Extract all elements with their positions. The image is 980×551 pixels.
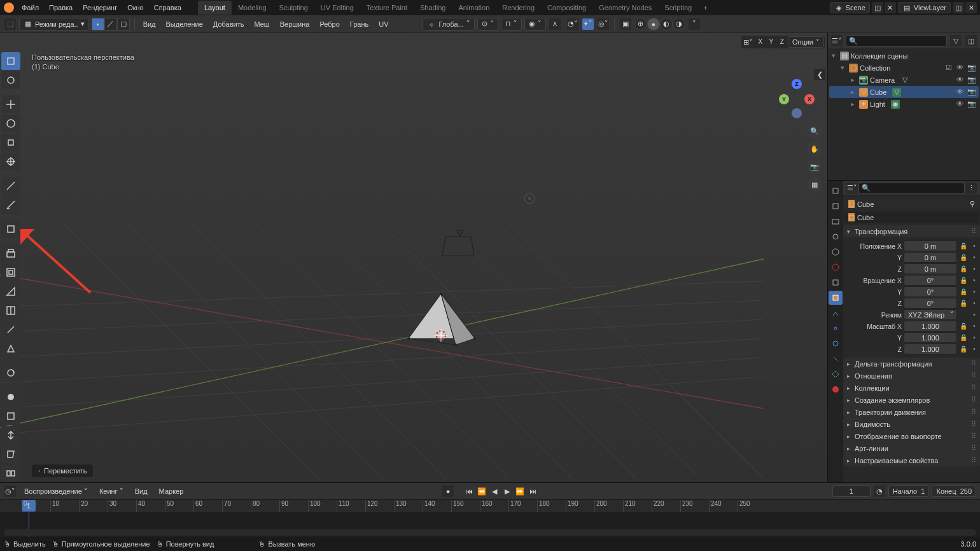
outliner-search-input[interactable]: 🔍 xyxy=(846,35,947,46)
lock-icon[interactable]: 🔒 xyxy=(959,288,968,296)
workspace-tab-geometrynodes[interactable]: Geometry Nodes xyxy=(592,1,658,15)
visibility-panel[interactable]: ▸Видимость⠿ xyxy=(843,418,980,430)
shrink-fatten-tool[interactable] xyxy=(1,426,20,444)
collection-props-tab[interactable] xyxy=(829,276,843,289)
cursor-tool[interactable] xyxy=(1,71,20,89)
header-menu-face[interactable]: Грань xyxy=(346,20,372,28)
snap-toggle[interactable]: ⊓˅ xyxy=(501,18,522,31)
workspace-add-icon[interactable]: + xyxy=(698,1,712,15)
lock-icon[interactable]: 🔒 xyxy=(959,345,968,354)
knife-tool[interactable] xyxy=(1,321,20,338)
extrude-region-tool[interactable] xyxy=(1,244,20,262)
render-props-tab[interactable] xyxy=(829,199,843,213)
menu-window[interactable]: Окно xyxy=(122,1,149,14)
scale-z-field[interactable]: 1.000 xyxy=(904,344,957,354)
mirror-x-button[interactable]: X xyxy=(755,36,766,46)
matprev-shading[interactable]: ◐ xyxy=(660,18,673,31)
3d-viewport[interactable]: Пользовательская перспектива (1) Cube ⊞˅… xyxy=(0,33,827,482)
keyframe-dot-icon[interactable]: • xyxy=(970,276,979,285)
panel-menu-icon[interactable]: ⠿ xyxy=(971,227,976,235)
mirror-y-button[interactable]: Y xyxy=(766,36,776,46)
outliner-display-mode-icon[interactable]: ☰˅ xyxy=(831,35,843,46)
transform-panel-header[interactable]: ▾Трансформация ⠿ xyxy=(843,225,980,237)
keyframe-dot-icon[interactable]: • xyxy=(970,333,979,342)
world-props-tab[interactable] xyxy=(829,260,843,274)
use-preview-range-icon[interactable]: ◔ xyxy=(874,485,885,497)
header-menu-vertex[interactable]: Вершина xyxy=(276,20,314,28)
select-box-tool[interactable] xyxy=(1,52,20,70)
particle-props-tab[interactable] xyxy=(829,321,843,335)
workspace-tab-texturepaint[interactable]: Texture Paint xyxy=(360,1,414,15)
keyframe-dot-icon[interactable]: • xyxy=(970,253,979,262)
pivot-point[interactable]: ⊙˅ xyxy=(477,18,498,31)
lock-icon[interactable]: 🔒 xyxy=(959,299,968,308)
workspace-tab-sculpting[interactable]: Sculpting xyxy=(273,1,314,15)
mesh-visibility-icon[interactable]: ◔˅ xyxy=(567,18,578,30)
overlay-toggle-icon[interactable]: ◎˅ xyxy=(598,18,609,30)
output-props-tab[interactable] xyxy=(829,214,843,228)
sidebar-toggle-icon[interactable]: ❮ xyxy=(814,69,825,80)
autokey-icon[interactable]: ● xyxy=(442,485,454,497)
new-collection-icon[interactable]: ◫ xyxy=(965,35,977,46)
rotation-z-field[interactable]: 0° xyxy=(904,298,957,309)
rotation-x-field[interactable]: 0° xyxy=(904,275,957,286)
keyframe-dot-icon[interactable]: • xyxy=(970,288,979,296)
lock-icon[interactable]: 🔒 xyxy=(959,333,968,342)
lock-icon[interactable]: 🔒 xyxy=(959,265,968,274)
custom-props-panel[interactable]: ▸Настраиваемые свойства⠿ xyxy=(843,454,980,466)
move-tool[interactable] xyxy=(1,95,20,113)
play-reverse-icon[interactable]: ◀ xyxy=(489,485,500,497)
motion-paths-panel[interactable]: ▸Траектории движения⠿ xyxy=(843,406,980,418)
transform-orientation[interactable]: ⟐ Глоба... ˅ xyxy=(423,18,474,31)
rotation-y-field[interactable]: 0° xyxy=(904,286,957,297)
props-breadcrumb-object[interactable]: ▢ Cube ⚲ xyxy=(844,199,979,209)
header-menu-edge[interactable]: Ребро xyxy=(316,20,343,28)
outliner-camera[interactable]: ▸📷 Camera ▽ 👁📷 xyxy=(829,74,979,86)
lock-icon[interactable]: 🔒 xyxy=(959,242,968,251)
relations-panel[interactable]: ▸Отношения⠿ xyxy=(843,370,980,382)
start-frame-field[interactable]: Начало 1 xyxy=(888,485,930,497)
jump-next-key-icon[interactable]: ⏩ xyxy=(514,485,526,497)
scene-selector[interactable]: ◈ Scene xyxy=(830,2,870,13)
smooth-tool[interactable] xyxy=(1,388,20,406)
last-operator-panel[interactable]: › Переместить xyxy=(32,464,93,477)
keyframe-dot-icon[interactable]: • xyxy=(970,299,979,308)
outliner-scene-collection[interactable]: ▾▤ Коллекция сцены xyxy=(829,50,979,62)
end-frame-field[interactable]: Конец 250 xyxy=(932,485,976,497)
workspace-tab-modeling[interactable]: Modeling xyxy=(232,1,273,15)
props-editor-type-icon[interactable]: ☰˅ xyxy=(846,183,858,194)
collections-panel[interactable]: ▸Коллекции⠿ xyxy=(843,382,980,394)
xray-toggle-icon[interactable]: ▣ xyxy=(620,18,631,30)
viewlayer-selector[interactable]: ▤ ViewLayer xyxy=(898,2,951,13)
outliner-light[interactable]: ▸☀ Light ◉ 👁📷 xyxy=(829,98,979,110)
camera-view-icon[interactable]: 📷 xyxy=(807,159,822,174)
modifier-props-tab[interactable] xyxy=(829,306,843,320)
workspace-tab-compositing[interactable]: Compositing xyxy=(541,1,592,15)
mesh-edit-mode-options-icon[interactable]: ⊞˅ xyxy=(743,36,754,48)
location-x-field[interactable]: 0 m xyxy=(904,241,957,251)
menu-help[interactable]: Справка xyxy=(149,1,186,14)
poly-build-tool[interactable] xyxy=(1,340,20,358)
menu-edit[interactable]: Правка xyxy=(44,1,78,14)
axis-z-icon[interactable]: Z xyxy=(792,79,802,89)
tool-props-tab[interactable] xyxy=(829,184,843,198)
loop-cut-tool[interactable] xyxy=(1,302,20,319)
data-props-tab[interactable] xyxy=(829,367,843,381)
gizmo-toggle-icon[interactable]: ✦˅ xyxy=(582,18,594,30)
timeline-scrollbar[interactable] xyxy=(4,529,976,536)
spin-tool[interactable] xyxy=(1,364,20,382)
jump-prev-key-icon[interactable]: ⏪ xyxy=(476,485,487,497)
jump-end-icon[interactable]: ⏭ xyxy=(527,485,538,497)
menu-render[interactable]: Рендеринг xyxy=(78,1,122,14)
keyframe-dot-icon[interactable]: • xyxy=(970,242,979,251)
material-props-tab[interactable] xyxy=(829,382,843,396)
axis-y-icon[interactable]: Y xyxy=(779,94,789,104)
wireframe-shading[interactable]: ⊕ xyxy=(634,18,647,31)
viewlayer-delete-icon[interactable]: ✕ xyxy=(965,2,977,13)
axis-x-icon[interactable]: X xyxy=(804,94,815,104)
workspace-tab-rendering[interactable]: Rendering xyxy=(496,1,541,15)
timeline-playback-menu[interactable]: Воспроизведение ˅ xyxy=(20,487,92,496)
props-search-input[interactable]: 🔍 xyxy=(858,183,965,194)
viewlayer-new-icon[interactable]: ◫ xyxy=(953,2,964,13)
scene-props-tab[interactable] xyxy=(829,245,843,259)
